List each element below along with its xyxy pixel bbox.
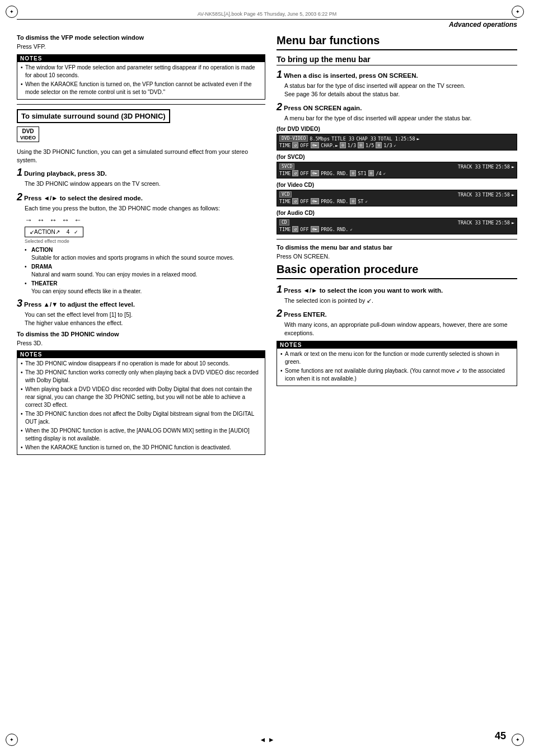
- dvd-v2: 1/5: [366, 143, 374, 148]
- note-3d-6: When the KARAOKE function is turned on, …: [21, 444, 261, 452]
- vcd-off: OFF: [300, 199, 308, 204]
- vcd-st: ST: [358, 199, 363, 204]
- step-3-body: You can set the effect level from [1] to…: [25, 311, 265, 327]
- dvd-v3: 1/3: [383, 143, 392, 148]
- step-3-line: 3 Press ▲/▼ to adjust the effect level.: [17, 298, 265, 309]
- effect-drama-name: DRAMA: [31, 264, 52, 270]
- vfp-notes-list: The window for VFP mode selection and pa…: [21, 64, 261, 96]
- effect-drama-desc: Natural and warm sound. You can enjoy mo…: [31, 271, 197, 278]
- notes-3d-title: NOTES: [17, 351, 265, 358]
- vcd-icon2: ⊕►: [311, 198, 320, 204]
- r-step-1-body: A status bar for the type of disc insert…: [284, 82, 517, 98]
- r-step-2-body: A menu bar for the type of disc inserted…: [284, 114, 517, 123]
- vcd-icon3: ⊙: [350, 198, 356, 204]
- dvd-type: DVD-VIDEO: [279, 135, 308, 142]
- arrow-2: ↔: [37, 215, 45, 224]
- svcd-rnd: RND.: [337, 171, 348, 176]
- arrow-1: →: [25, 215, 32, 224]
- vcd-time2: TIME: [279, 199, 291, 204]
- header-area: AV-NK58SL[A].book Page 45 Thursday, June…: [17, 11, 517, 20]
- r-step-2-num: 2: [277, 101, 282, 113]
- corner-circle-bl: ✦: [6, 734, 18, 746]
- dvd-chap: CHAP 33: [356, 136, 376, 142]
- vcd-repeat: ↺: [292, 198, 298, 204]
- b-step-2-num: 2: [277, 308, 282, 320]
- effect-action: ACTION Suitable for action movies and sp…: [25, 246, 265, 262]
- dvd-row1: DVD-VIDEO 8.5Mbps TITLE 33 CHAP 33 TOTAL…: [279, 135, 514, 142]
- acd-type: CD: [279, 219, 289, 226]
- step-2-line: 2 Press ◄/► to select the desired mode.: [17, 191, 265, 203]
- left-column: To dismiss the VFP mode selection window…: [17, 34, 265, 458]
- dvd-cursor: ↙: [394, 143, 397, 148]
- svcd-row1: SVCD TRACK 33 TIME 25:58 ►: [279, 163, 514, 170]
- dvd-v1: 1/3: [348, 143, 356, 148]
- dismiss-menu-heading: To dismiss the menu bar and status bar: [277, 244, 517, 251]
- arrow-5: ←: [74, 215, 82, 224]
- corner-br: ✦: [512, 734, 528, 750]
- svcd-time-label: TIME: [483, 164, 494, 170]
- checkmark: ✓: [74, 229, 78, 235]
- action-label: ↙ACTION↗: [30, 229, 60, 235]
- step-2-body: Each time you press the button, the 3D P…: [25, 204, 265, 213]
- vcd-row1: VCD TRACK 33 TIME 25:58 ►: [279, 191, 514, 198]
- dvd-play: ►: [417, 136, 420, 142]
- acd-icon2: ⊕►: [311, 226, 320, 232]
- dvd-badge-line1: DVD: [20, 128, 36, 135]
- vcd-row2: TIME ↺ OFF ⊕► PROG. RND. ⊙ ST ↙: [279, 198, 514, 204]
- arrow-3: ↔: [49, 215, 57, 224]
- basic-notes-list: A mark or text on the menu icon for the …: [280, 350, 513, 383]
- step-2-num: 2: [17, 191, 22, 203]
- step-1-num: 1: [17, 167, 22, 179]
- dismiss-3d-heading: To dismiss the 3D PHONIC window: [17, 331, 265, 337]
- svcd-icon2: ⊕►: [311, 170, 320, 176]
- page-container: ✦ ✦ ✦ ✦ AV-NK58SL[A].book Page 45 Thursd…: [0, 0, 534, 756]
- mode-arrows: → ↔ ↔ ↔ ←: [25, 215, 265, 224]
- two-col-layout: To dismiss the VFP mode selection window…: [17, 34, 517, 458]
- advanced-ops-header: Advanced operations: [17, 21, 517, 29]
- dvd-bitrate: 8.5Mbps: [310, 136, 330, 142]
- dvd-icon4: ⊙: [358, 142, 364, 148]
- vfp-dismiss-heading: To dismiss the VFP mode selection window: [17, 34, 265, 41]
- vfp-note-2: When the KARAOKE function is turned on, …: [21, 81, 261, 96]
- dismiss-3d-instruction: Press 3D.: [17, 339, 265, 348]
- dvd-title: TITLE 33: [331, 136, 354, 142]
- svcd-time: 25:58: [495, 164, 510, 170]
- b-step-1-body: The selected icon is pointed by ↙.: [284, 297, 517, 305]
- svcd-prog: PROG.: [321, 171, 335, 176]
- dvd-icon2: ⊕►: [311, 142, 320, 148]
- dvd-row2: TIME ↺ OFF ⊕► CHAP.► ⊙ 1/3 ⊙ 1/5 ⊙ 1/3 ↙: [279, 142, 514, 148]
- selected-mode-label: Selected effect mode: [25, 238, 265, 244]
- notes-3d-list: The 3D PHONIC window disappears if no op…: [21, 360, 261, 452]
- b-step-1-title: Press ◄/► to select the icon you want to…: [284, 287, 443, 294]
- vcd-time-label: TIME: [483, 192, 494, 198]
- dvd-badge-line2: VIDEO: [20, 135, 36, 141]
- dvd-off: OFF: [300, 143, 308, 148]
- file-info: AV-NK58SL[A].book Page 45 Thursday, June…: [17, 11, 517, 17]
- vcd-rnd: RND.: [337, 199, 348, 204]
- mode-box-row: ↙ACTION↗ 4 ✓: [25, 227, 265, 237]
- acd-menubar: CD TRACK 33 TIME 25:58 ► TIME ↺ OFF ⊕► P…: [277, 218, 517, 234]
- b-step-2-body: With many icons, an appropriate pull-dow…: [284, 321, 517, 337]
- vcd-menubar: VCD TRACK 33 TIME 25:58 ► TIME ↺ OFF ⊕► …: [277, 190, 517, 206]
- vfp-note-1: The window for VFP mode selection and pa…: [21, 64, 261, 79]
- vfp-notes-content: The window for VFP mode selection and pa…: [17, 62, 265, 99]
- b-step-2-line: 2 Press ENTER.: [277, 308, 517, 320]
- vcd-track: TRACK 33: [458, 192, 481, 198]
- svcd-track: TRACK 33: [458, 164, 481, 170]
- corner-tr: ✦: [512, 6, 528, 22]
- notes-3d-content: The 3D PHONIC window disappears if no op…: [17, 358, 265, 454]
- effect-theater-name: THEATER: [31, 280, 57, 287]
- effect-action-desc: Suitable for action movies and sports pr…: [31, 255, 234, 261]
- dvd-icon3: ⊙: [340, 142, 346, 148]
- vcd-play: ►: [512, 192, 514, 198]
- notes-3d-box: NOTES The 3D PHONIC window disappears if…: [17, 350, 265, 455]
- mode-diagram: → ↔ ↔ ↔ ← ↙ACTION↗ 4 ✓ Selected effect m…: [25, 215, 265, 244]
- svcd-icon4: ⊙: [368, 170, 374, 176]
- vcd-type: VCD: [279, 191, 292, 198]
- vcd-time: 25:58: [495, 192, 510, 198]
- bring-up-sub: To bring up the menu bar: [277, 55, 517, 65]
- effect-theater-desc: You can enjoy sound effects like in a th…: [31, 288, 142, 294]
- bottom-arrows: ◄ ►: [259, 736, 274, 744]
- acd-repeat: ↺: [292, 226, 298, 232]
- svcd-off: OFF: [300, 171, 308, 176]
